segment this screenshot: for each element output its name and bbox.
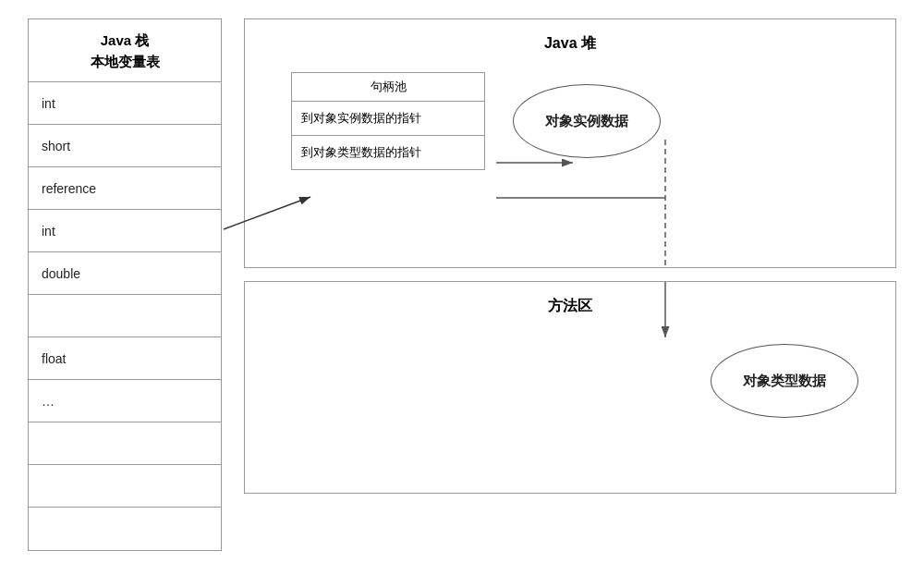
method-area-panel: 方法区 对象类型数据 — [244, 281, 896, 494]
handle-pool-row-type: 到对象类型数据的指针 — [292, 135, 484, 169]
heap-inner: 句柄池 到对象实例数据的指针 到对象类型数据的指针 对象实例数据 — [263, 72, 877, 170]
stack-row-ellipsis: … — [29, 380, 221, 422]
method-area-title: 方法区 — [263, 297, 877, 316]
method-area-inner: 对象类型数据 — [263, 325, 877, 418]
stack-row-empty4 — [29, 508, 221, 550]
java-stack-title: Java 栈 本地变量表 — [29, 19, 221, 82]
handle-pool-title: 句柄池 — [292, 73, 484, 101]
object-type-ellipse: 对象类型数据 — [711, 344, 858, 418]
object-instance-container: 对象实例数据 — [513, 84, 661, 158]
stack-row-empty1 — [29, 295, 221, 337]
stack-row-double: double — [29, 252, 221, 295]
stack-row-float: float — [29, 337, 221, 380]
object-instance-ellipse: 对象实例数据 — [513, 84, 661, 158]
handle-pool-row-instance: 到对象实例数据的指针 — [292, 101, 484, 135]
java-heap-panel: Java 堆 句柄池 到对象实例数据的指针 到对象类型数据的指针 — [244, 18, 896, 268]
stack-row-int1: int — [29, 82, 221, 125]
heap-title: Java 堆 — [263, 34, 877, 54]
stack-row-empty3 — [29, 465, 221, 508]
stack-row-empty2 — [29, 422, 221, 465]
stack-row-reference: reference — [29, 167, 221, 210]
stack-row-short: short — [29, 125, 221, 167]
stack-row-int2: int — [29, 210, 221, 252]
java-stack-panel: Java 栈 本地变量表 int short reference int dou… — [28, 18, 222, 551]
diagram-root: Java 栈 本地变量表 int short reference int dou… — [0, 0, 924, 563]
right-panel: Java 堆 句柄池 到对象实例数据的指针 到对象类型数据的指针 — [244, 18, 896, 494]
handle-pool: 句柄池 到对象实例数据的指针 到对象类型数据的指针 — [291, 72, 485, 170]
